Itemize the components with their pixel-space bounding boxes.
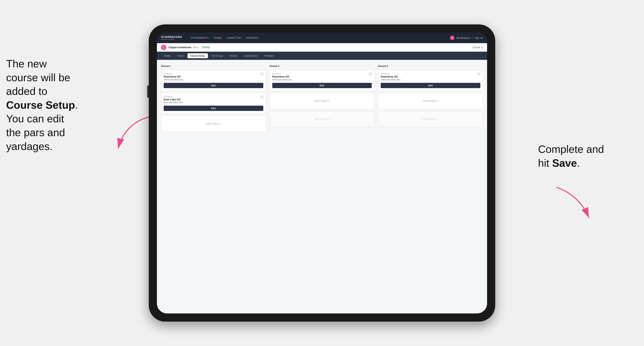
round-3-column: Round 3 ⊟ (Course A) Peachtree GC Yellow… — [378, 65, 483, 134]
tab-course-setup[interactable]: Course Setup — [188, 53, 208, 58]
nav-divider: | — [472, 37, 473, 39]
right-annotation: Complete and hit Save. — [538, 143, 628, 170]
right-arrow-icon — [544, 183, 597, 224]
course-a-r1-details: Yellow (M) (6629 yds) — [164, 79, 263, 81]
tab-tee-groups[interactable]: Tee Groups — [209, 53, 226, 58]
nav-committee[interactable]: COMMITTEE — [227, 37, 241, 39]
scoreboard-logo: SCOREBOARD Powered by clippd — [161, 35, 182, 40]
round-2-label: Round 2 — [270, 65, 374, 68]
edit-course-a-r3-button[interactable]: Edit — [381, 83, 480, 88]
round-3-label: Round 3 — [378, 65, 483, 68]
course-a-r2-label: (Course A) — [272, 73, 372, 75]
course-a-round-2-card: ⊟ (Course A) Peachtree GC Yellow (M) (66… — [270, 70, 374, 91]
delete-course-a-r2-button[interactable]: ⊟ — [368, 72, 372, 76]
tab-results[interactable]: Results — [226, 53, 240, 58]
course-a-round-1-card: ⊟ (Course A) Peachtree GC Yellow (M) (66… — [161, 70, 266, 91]
course-b-round-1-card: ⊟ (Course B) East Lake GC Black (M) (689… — [161, 93, 266, 114]
tablet-frame: SCOREBOARD Powered by clippd TOURNAMENTS… — [149, 24, 495, 322]
nav-right: B blair@clippd.io | Sign out — [450, 36, 483, 40]
left-annotation: The new course will be added to Course S… — [6, 57, 120, 153]
nav-links: TOURNAMENTS TEAMS COMMITTEE RANKINGS — [190, 37, 444, 39]
delete-course-a-r1-button[interactable]: ⊟ — [260, 72, 264, 76]
course-b-r1-details: Black (M) (6891 yds) — [164, 101, 263, 104]
tab-printables[interactable]: Printables — [261, 53, 277, 58]
round-1-label: Round 1 — [161, 65, 266, 68]
rounds-container: Round 1 ⊟ (Course A) Peachtree GC Yellow… — [161, 65, 483, 134]
nav-tournaments[interactable]: TOURNAMENTS — [190, 37, 209, 39]
delete-course-b-r1-button[interactable]: ⊟ — [260, 95, 264, 99]
tab-teams[interactable]: Teams — [174, 53, 187, 58]
add-course-r3-button[interactable]: Add Course + — [378, 93, 483, 109]
logo-sub: Powered by clippd — [161, 38, 182, 40]
main-content: Round 1 ⊟ (Course A) Peachtree GC Yellow… — [157, 60, 487, 314]
cancel-button[interactable]: Cancel ✕ — [472, 46, 483, 49]
tab-bar: Details Teams Course Setup Tee Groups Re… — [157, 52, 487, 60]
course-a-r2-details: Yellow (M) (6629 yds) — [272, 79, 372, 81]
top-nav: SCOREBOARD Powered by clippd TOURNAMENTS… — [157, 32, 487, 43]
edit-course-a-r1-button[interactable]: Edit — [164, 83, 263, 88]
edit-course-b-r1-button[interactable]: Edit — [164, 106, 263, 111]
round-2-column: Round 2 ⊟ (Course A) Peachtree GC Yellow… — [270, 65, 374, 134]
round-1-column: Round 1 ⊟ (Course A) Peachtree GC Yellow… — [161, 65, 266, 134]
course-b-r1-name: East Lake GC — [164, 98, 263, 101]
user-avatar: B — [450, 36, 454, 40]
add-course-r2-button[interactable]: Add Course + — [270, 93, 374, 109]
add-course-r1-button[interactable]: Add Course + — [161, 116, 266, 132]
course-a-r2-name: Peachtree GC — [272, 75, 372, 78]
add-course-r2-disabled: Add Course + — [270, 111, 374, 127]
course-a-r3-name: Peachtree GC — [381, 75, 480, 78]
tab-details[interactable]: Details — [161, 53, 174, 58]
course-a-r3-label: (Course A) — [381, 73, 480, 75]
hosting-badge: Hosting — [201, 46, 211, 49]
add-course-r3-disabled: Add Course + — [378, 111, 483, 127]
nav-teams[interactable]: TEAMS — [214, 37, 222, 39]
course-a-r1-name: Peachtree GC — [164, 75, 263, 78]
tournament-name: Clippd Invitational — [168, 46, 191, 49]
nav-rankings[interactable]: RANKINGS — [246, 37, 258, 39]
tournament-logo: C — [161, 45, 166, 50]
course-a-r1-label: (Course A) — [164, 73, 263, 75]
course-b-r1-label: (Course B) — [164, 95, 263, 98]
user-email: blair@clippd.io — [456, 37, 471, 39]
tablet-screen: SCOREBOARD Powered by clippd TOURNAMENTS… — [157, 32, 487, 314]
tab-leaderboards[interactable]: Leaderboards — [241, 53, 260, 58]
tournament-bar: C Clippd Invitational (Men) Hosting Canc… — [157, 43, 487, 52]
sign-out-link[interactable]: Sign out — [475, 37, 483, 39]
delete-course-a-r3-button[interactable]: ⊟ — [477, 72, 481, 76]
logo-text: SCOREBOARD — [161, 35, 182, 38]
edit-course-a-r2-button[interactable]: Edit — [272, 83, 372, 88]
tournament-type: (Men) — [193, 46, 199, 49]
course-a-r3-details: Yellow (M) (6629 yds) — [381, 79, 480, 81]
course-a-round-3-card: ⊟ (Course A) Peachtree GC Yellow (M) (66… — [378, 70, 483, 91]
